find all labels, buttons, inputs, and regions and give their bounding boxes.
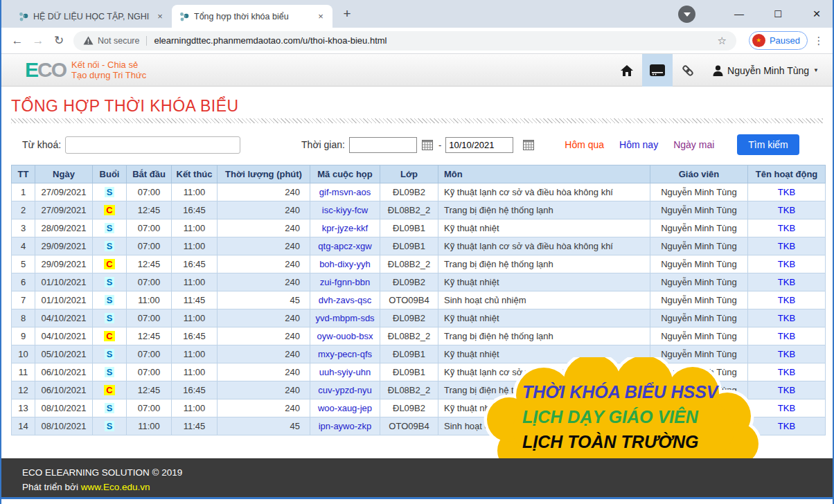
activity-tkb-link[interactable]: TKB	[778, 349, 795, 359]
row-start-time: 12:45	[127, 255, 172, 273]
calendar-icon[interactable]	[422, 140, 433, 150]
extension-paused-badge[interactable]: ★ Paused	[749, 31, 808, 50]
row-teacher: Nguyễn Minh Tùng	[650, 363, 748, 381]
row-end-time: 11:00	[172, 219, 218, 237]
activity-tkb-link[interactable]: TKB	[778, 187, 795, 197]
activity-tkb-link[interactable]: TKB	[778, 259, 795, 269]
row-start-time: 11:00	[127, 417, 172, 435]
url-text[interactable]: elearningdttec.phanmemdaotao.com/u/thoi-…	[147, 35, 714, 46]
row-duration: 240	[218, 273, 310, 291]
reload-button[interactable]: ↻	[48, 31, 69, 51]
row-class: ĐL08B2_2	[380, 201, 438, 219]
activity-tkb-link[interactable]: TKB	[778, 295, 795, 305]
meeting-code-link[interactable]: boh-dixy-yyh	[319, 259, 371, 269]
row-end-time: 16:45	[172, 201, 218, 219]
security-label[interactable]: Not secure	[98, 36, 147, 46]
row-teacher: Nguyễn Minh Tùng	[650, 309, 748, 327]
search-button[interactable]: Tìm kiếm	[737, 134, 799, 155]
row-teacher: Nguyễn Minh Tùng	[650, 183, 748, 201]
row-subject: Kỹ thuật nhiệt	[438, 273, 650, 291]
back-button[interactable]: ←	[7, 31, 28, 51]
row-class: ĐL08B2_2	[380, 327, 438, 345]
row-date: 29/09/2021	[35, 255, 93, 273]
slogan-line1: Kết nối - Chia sẻ	[71, 60, 146, 70]
filter-bar: Từ khoá: Thời gian: - Hôm qua Hôm nay Ng…	[11, 134, 823, 155]
tab-close-icon[interactable]: ×	[314, 10, 327, 23]
site-header: ECO Kết nối - Chia sẻ Tạo dựng Tri Thức …	[1, 54, 833, 87]
row-duration: 240	[218, 309, 310, 327]
minimize-button[interactable]: —	[729, 8, 749, 19]
row-class: ĐL09B1	[380, 219, 438, 237]
row-index: 8	[12, 309, 35, 327]
activity-tkb-link[interactable]: TKB	[778, 331, 795, 341]
row-date: 08/10/2021	[35, 399, 93, 417]
tab-tong-hop-tkb[interactable]: Tổng hợp thời khóa biểu ×	[172, 5, 332, 28]
meeting-code-link[interactable]: woo-xaug-jep	[318, 403, 372, 413]
home-nav-button[interactable]	[612, 54, 642, 87]
calendar-icon[interactable]	[523, 140, 534, 150]
browser-menu-icon[interactable]: ⋮	[810, 35, 827, 47]
row-duration: 45	[218, 417, 310, 435]
row-class: OTO09B4	[380, 417, 438, 435]
date-from-input[interactable]	[349, 137, 417, 153]
meeting-code-link[interactable]: gif-msvn-aos	[319, 187, 371, 197]
bookmark-star-icon[interactable]: ☆	[714, 35, 729, 47]
footer-site-link[interactable]: www.Eco.edu.vn	[81, 482, 150, 492]
table-cell: S	[93, 309, 127, 327]
session-badge: S	[105, 241, 115, 251]
row-teacher: Nguyễn Minh Tùng	[650, 327, 748, 345]
activity-tkb-link[interactable]: TKB	[778, 277, 795, 287]
row-subject: Kỹ thuật nhiệt	[438, 345, 650, 363]
meeting-code-link[interactable]: oyw-ouob-bsx	[317, 331, 373, 341]
new-tab-button[interactable]: +	[338, 6, 356, 24]
activity-tkb-link[interactable]: TKB	[778, 421, 795, 431]
meeting-code-link[interactable]: zui-fgnn-bbn	[320, 277, 370, 287]
table-row: 1106/10/2021S07:0011:00240uuh-syiy-uhnĐL…	[12, 363, 826, 381]
row-subject: Kỹ thuật lạnh cơ sở và điều hòa không kh…	[438, 237, 650, 255]
meeting-code-link[interactable]: kpr-jyze-kkf	[322, 223, 368, 233]
table-cell: TKB	[748, 201, 826, 219]
quick-link-yesterday[interactable]: Hôm qua	[565, 139, 604, 150]
activity-tkb-link[interactable]: TKB	[778, 223, 795, 233]
quick-link-tomorrow[interactable]: Ngày mai	[673, 139, 714, 150]
meeting-code-link[interactable]: uuh-syiy-uhn	[319, 367, 371, 377]
maximize-button[interactable]: ☐	[768, 9, 788, 19]
session-badge: S	[105, 403, 115, 413]
quick-link-today[interactable]: Hôm nay	[619, 139, 658, 150]
activity-tkb-link[interactable]: TKB	[778, 241, 795, 251]
date-to-input[interactable]	[445, 137, 513, 153]
download-indicator-icon[interactable]	[678, 6, 695, 23]
links-nav-button[interactable]	[673, 54, 703, 87]
user-menu[interactable]: Nguyễn Minh Tùng ▼	[703, 54, 823, 87]
tab-he-du-lieu[interactable]: HỆ DỮ LIỆU HỌC TẬP, NGHIÊN C ×	[11, 5, 172, 28]
meeting-code-link[interactable]: ipn-aywo-zkp	[319, 421, 372, 431]
table-cell: dvh-zavs-qsc	[310, 291, 380, 309]
meeting-code-link[interactable]: yvd-mbpm-sds	[315, 313, 374, 323]
meeting-code-link[interactable]: cuv-ypzd-nyu	[318, 385, 371, 395]
close-button[interactable]: ×	[806, 6, 827, 21]
activity-tkb-link[interactable]: TKB	[778, 403, 795, 413]
site-logo[interactable]: ECO Kết nối - Chia sẻ Tạo dựng Tri Thức	[25, 58, 146, 82]
table-row: 429/09/2021S07:0011:00240qtg-apcz-xgwĐL0…	[12, 237, 826, 255]
meeting-code-link[interactable]: dvh-zavs-qsc	[319, 295, 372, 305]
activity-tkb-link[interactable]: TKB	[778, 205, 795, 215]
row-start-time: 07:00	[127, 345, 172, 363]
meeting-code-link[interactable]: qtg-apcz-xgw	[318, 241, 371, 251]
chevron-down-icon: ▼	[813, 67, 819, 73]
activity-tkb-link[interactable]: TKB	[778, 385, 795, 395]
activity-tkb-link[interactable]: TKB	[778, 367, 795, 377]
row-index: 3	[12, 219, 35, 237]
forward-button[interactable]: →	[28, 31, 48, 51]
meeting-code-link[interactable]: mxy-pecn-qfs	[318, 349, 372, 359]
keyword-input[interactable]	[65, 136, 240, 154]
address-bar[interactable]: Not secure elearningdttec.phanmemdaotao.…	[73, 31, 736, 51]
table-cell: TKB	[748, 273, 826, 291]
user-name: Nguyễn Minh Tùng	[727, 65, 809, 76]
courses-nav-button[interactable]	[642, 54, 673, 87]
tab-close-icon[interactable]: ×	[154, 10, 166, 23]
table-cell: TKB	[748, 417, 826, 435]
meeting-code-link[interactable]: isc-kiyy-fcw	[322, 205, 368, 215]
row-index: 11	[12, 363, 35, 381]
session-badge: S	[105, 277, 115, 287]
activity-tkb-link[interactable]: TKB	[778, 313, 795, 323]
